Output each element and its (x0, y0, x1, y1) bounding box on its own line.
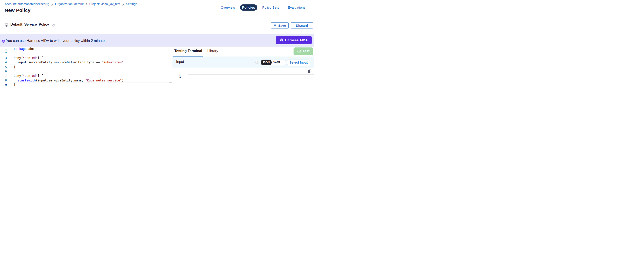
aida-sparkle-icon (1, 39, 5, 43)
test-button-label: Test (302, 49, 310, 53)
code-line-4[interactable]: 4 input.serviceEntity.serviceDefinition.… (0, 60, 172, 64)
line-number: 5 (0, 65, 7, 69)
discard-button[interactable]: Discard (291, 22, 313, 28)
edit-pencil-icon[interactable] (52, 23, 56, 27)
code-lines: 1package abc23deny["denied"] {4 input.se… (0, 46, 172, 87)
breadcrumb-account[interactable]: Account: automationPipelinesNg (5, 2, 49, 6)
breadcrumb-settings[interactable]: Settings (126, 2, 137, 6)
tab-overview[interactable]: Overview (221, 6, 235, 10)
code-text: deny["denied"] { (14, 56, 43, 60)
breadcrumb-project[interactable]: Project: vishal_av_test (90, 2, 120, 6)
harness-aida-button-label: Harness AIDA (285, 38, 308, 42)
branch-icon (255, 61, 259, 64)
toggle-yaml[interactable]: YAML (273, 60, 282, 65)
code-line-9[interactable]: 9} (0, 82, 172, 87)
code-line-1[interactable]: 1package abc (0, 46, 172, 51)
text-cursor (188, 75, 188, 78)
code-line-2[interactable]: 2 (0, 51, 172, 56)
testing-panel: Testing Terminal Library Test Input JSON… (172, 46, 314, 140)
chevron-right-icon (51, 3, 53, 6)
select-input-button[interactable]: Select Input (287, 60, 310, 65)
upload-icon (274, 24, 276, 27)
code-text: package abc (14, 46, 34, 51)
line-number: 4 (0, 60, 7, 64)
chevron-right-icon (86, 3, 88, 6)
harness-aida-button[interactable]: Harness AIDA (276, 36, 312, 44)
shield-check-icon (5, 24, 8, 27)
code-line-3[interactable]: 3deny["denied"] { (0, 56, 172, 60)
save-button-label: Save (278, 24, 286, 27)
format-toggle: JSON YAML (261, 60, 286, 65)
tab-library[interactable]: Library (208, 49, 218, 53)
tab-policies[interactable]: Policies (240, 4, 258, 10)
toggle-json[interactable]: JSON (261, 60, 272, 65)
policy-name: Default_Service_Policy (10, 22, 49, 27)
page-header: Account: automationPipelinesNg Organizat… (0, 0, 314, 16)
code-line-5[interactable]: 5} (0, 65, 172, 69)
new-policy-page: Account: automationPipelinesNg Organizat… (0, 0, 322, 140)
overview-ruler-cursor (168, 82, 172, 83)
aida-banner: You can use Harness AIDA to write your p… (0, 34, 314, 46)
app-container: Account: automationPipelinesNg Organizat… (0, 0, 314, 140)
line-number: 9 (0, 82, 7, 87)
line-number: 3 (0, 56, 7, 60)
code-text: startswith(input.serviceEntity.name, "Ku… (14, 78, 124, 82)
aida-sparkle-icon-white (280, 38, 284, 42)
editor-content: 1package abc23deny["denied"] {4 input.se… (0, 46, 314, 140)
input-editor[interactable]: 1 (172, 68, 314, 140)
line-number: 1 (0, 46, 7, 51)
input-line-number: 1 (172, 74, 181, 79)
play-circle-icon (297, 50, 301, 53)
code-text: } (14, 82, 16, 87)
discard-button-label: Discard (296, 24, 308, 27)
line-number: 7 (0, 74, 7, 78)
code-line-8[interactable]: 8 startswith(input.serviceEntity.name, "… (0, 78, 172, 82)
code-text: input.serviceEntity.serviceDefinition.ty… (14, 60, 124, 64)
line-number: 2 (0, 51, 7, 56)
code-line-7[interactable]: 7deny["denied"] { (0, 74, 172, 78)
line-number: 6 (0, 69, 7, 74)
page-title: New Policy (5, 8, 30, 13)
tab-policy-sets[interactable]: Policy Sets (262, 6, 279, 10)
input-section-header: Input JSON YAML Select Input (172, 56, 314, 68)
breadcrumb-organization[interactable]: Organization: default (55, 2, 84, 6)
aida-banner-text: You can use Harness AIDA to write your p… (6, 39, 106, 43)
tab-evaluations[interactable]: Evaluations (288, 6, 306, 10)
save-button[interactable]: Save (271, 22, 289, 28)
policy-toolbar: Default_Service_Policy Save Discard (0, 16, 314, 34)
copy-icon[interactable] (308, 69, 312, 73)
code-text: deny["denied"] { (14, 74, 43, 78)
input-current-line-highlight (188, 74, 314, 79)
code-text: } (14, 65, 16, 69)
top-navigation: Overview Policies Policy Sets Evaluation… (221, 4, 306, 10)
code-line-6[interactable]: 6 (0, 69, 172, 74)
chevron-right-icon (122, 3, 124, 6)
test-button[interactable]: Test (294, 48, 313, 55)
breadcrumb: Account: automationPipelinesNg Organizat… (5, 2, 137, 6)
policy-code-editor[interactable]: 1package abc23deny["denied"] {4 input.se… (0, 46, 172, 140)
tab-testing-terminal[interactable]: Testing Terminal (174, 49, 202, 53)
line-number: 8 (0, 78, 7, 82)
input-label: Input (176, 60, 184, 64)
